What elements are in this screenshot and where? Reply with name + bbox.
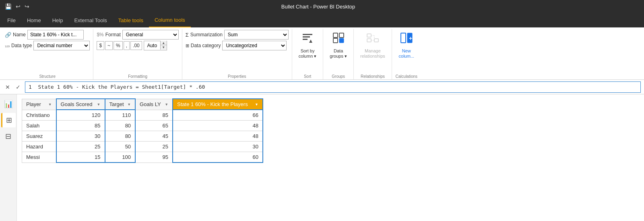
relationships-group-content: Manage relationships	[357, 30, 388, 73]
sort-label: Sort	[295, 73, 320, 79]
svg-rect-5	[333, 38, 338, 43]
data-type-select[interactable]: Decimal number	[33, 41, 90, 50]
data-groups-label: Data groups ▾	[330, 48, 347, 59]
sidebar: 📊 ⊞ ⊟	[0, 94, 17, 221]
cell-target-4: 100	[105, 152, 136, 163]
titlebar: 💾 ↩ ↪ Bullet Chart - Power BI Desktop	[0, 0, 644, 13]
data-table: Player ▼ Goals Scored ▼ Target ▼	[22, 98, 263, 163]
target-filter-icon[interactable]: ▼	[127, 102, 131, 106]
main-area: 📊 ⊞ ⊟ Player ▼ Goals Scored ▼	[0, 94, 644, 221]
format-icon-label: $% Format	[97, 32, 120, 38]
data-type-row: ₁₂₃ Data type Decimal number	[5, 41, 90, 50]
sidebar-model-icon[interactable]: ⊟	[1, 129, 16, 144]
new-column-btn[interactable]: + New colum...	[395, 30, 418, 60]
col-header-state-60[interactable]: State 1 60% - Kick the Players ▼	[173, 99, 263, 110]
decimal-btn[interactable]: .00	[130, 41, 142, 50]
relationships-icon	[366, 31, 379, 47]
auto-input[interactable]	[144, 41, 160, 50]
table-row: Salah 85 80 65 48	[22, 121, 263, 131]
cell-state60-4: 60	[173, 152, 263, 163]
properties-fields: Σ Summarization Sum ⊞ Data category	[186, 30, 289, 52]
goals-scored-filter-icon[interactable]: ▼	[97, 102, 101, 106]
cell-player-0: Christiano	[22, 110, 56, 121]
structure-group-content: 🔗 Name ₁₂₃ Data type Decimal number	[5, 30, 90, 73]
ribbon-groups: 🔗 Name ₁₂₃ Data type Decimal number	[0, 27, 644, 79]
cell-goals-0: 120	[56, 110, 105, 121]
svg-rect-0	[303, 34, 312, 35]
sort-by-column-label: Sort by column ▾	[299, 48, 317, 59]
manage-relationships-btn[interactable]: Manage relationships	[357, 30, 388, 60]
manage-relationships-label: Manage relationships	[360, 48, 385, 59]
data-groups-icon	[332, 31, 345, 47]
properties-label: Properties	[186, 73, 289, 79]
player-filter-icon[interactable]: ▼	[48, 102, 52, 106]
format-select[interactable]: General	[122, 30, 179, 40]
sidebar-data-icon[interactable]: ⊞	[1, 113, 16, 127]
cell-goalsly-0: 85	[135, 110, 173, 121]
cell-goals-3: 25	[56, 142, 105, 152]
cell-state60-2: 48	[173, 131, 263, 142]
menu-help[interactable]: Help	[47, 13, 69, 27]
summarization-select[interactable]: Sum	[224, 30, 289, 40]
menu-external-tools[interactable]: External Tools	[68, 13, 112, 27]
cancel-formula-icon[interactable]: ✕	[3, 84, 12, 90]
svg-rect-9	[367, 39, 371, 42]
sidebar-report-icon[interactable]: 📊	[1, 97, 16, 111]
properties-group-content: Σ Summarization Sum ⊞ Data category	[186, 30, 289, 73]
cell-target-3: 50	[105, 142, 136, 152]
svg-rect-2	[303, 39, 308, 40]
col-header-goals-scored[interactable]: Goals Scored ▼	[56, 99, 105, 110]
save-icon[interactable]: 💾	[5, 3, 12, 10]
table-header-row: Player ▼ Goals Scored ▼ Target ▼	[22, 99, 263, 110]
spin-down[interactable]: ▼	[160, 45, 167, 50]
tilde-btn[interactable]: ~	[105, 41, 113, 50]
goals-ly-filter-icon[interactable]: ▼	[165, 102, 168, 106]
menu-home[interactable]: Home	[21, 13, 47, 27]
cell-goals-1: 85	[56, 121, 105, 131]
groups-group-content: Data groups ▾	[326, 30, 350, 73]
calculations-label: Calculations	[395, 73, 418, 79]
col-header-target[interactable]: Target ▼	[105, 99, 136, 110]
ribbon-group-properties: Σ Summarization Sum ⊞ Data category	[182, 29, 292, 79]
svg-rect-4	[339, 33, 344, 38]
formatting-fields: $% Format General $ ~ % , .0	[97, 30, 178, 52]
sort-by-column-btn[interactable]: Sort by column ▾	[295, 30, 320, 60]
percent-btn[interactable]: %	[114, 41, 123, 50]
name-input[interactable]	[27, 30, 84, 40]
sigma-icon: Σ	[186, 32, 189, 38]
calculations-group-content: + New colum...	[395, 30, 418, 73]
state-60-filter-icon[interactable]: ▼	[255, 102, 258, 106]
svg-rect-1	[303, 36, 310, 38]
menu-file[interactable]: File	[2, 13, 21, 27]
data-category-select[interactable]: Uncategorized	[222, 41, 287, 50]
svg-rect-13	[401, 33, 406, 43]
data-groups-btn[interactable]: Data groups ▾	[326, 30, 350, 60]
confirm-formula-icon[interactable]: ✓	[14, 84, 23, 90]
cell-goals-4: 15	[56, 152, 105, 163]
format-symbols-row: $ ~ % , .00 ▲ ▼	[97, 41, 178, 50]
structure-label: Structure	[5, 73, 90, 79]
formula-input[interactable]	[25, 81, 641, 93]
col-header-goals-ly[interactable]: Goals LY ▼	[135, 99, 173, 110]
redo-icon[interactable]: ↪	[25, 3, 29, 10]
cell-state60-0: 66	[173, 110, 263, 121]
sort-icon	[301, 31, 314, 47]
svg-rect-8	[374, 39, 378, 42]
ribbon: 🔗 Name ₁₂₃ Data type Decimal number	[0, 27, 644, 80]
cell-player-1: Salah	[22, 121, 56, 131]
dollar-btn[interactable]: $	[97, 41, 104, 50]
spin-up[interactable]: ▲	[160, 41, 167, 45]
cell-player-2: Suarez	[22, 131, 56, 142]
cell-goalsly-3: 25	[135, 142, 173, 152]
cell-goalsly-4: 95	[135, 152, 173, 163]
menubar: File Home Help External Tools Table tool…	[0, 13, 644, 27]
comma-btn[interactable]: ,	[124, 41, 130, 50]
formula-bar-icons: ✕ ✓	[3, 84, 23, 90]
menu-column-tools[interactable]: Column tools	[149, 13, 191, 27]
col-header-player[interactable]: Player ▼	[22, 99, 56, 110]
ribbon-group-formatting: $% Format General $ ~ % , .0	[93, 29, 182, 79]
format-row: $% Format General	[97, 30, 178, 40]
menu-table-tools[interactable]: Table tools	[113, 13, 149, 27]
undo-icon[interactable]: ↩	[16, 3, 21, 10]
ribbon-group-calculations: + New colum... Calculations	[392, 29, 421, 79]
